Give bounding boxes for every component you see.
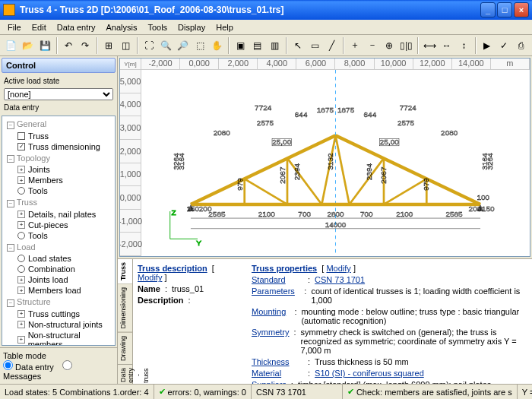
zoom-out-icon[interactable]: 🔎 xyxy=(176,37,192,54)
print-icon[interactable]: ⎙ xyxy=(514,37,530,54)
active-load-combo[interactable]: [none] xyxy=(4,88,113,100)
svg-text:3164: 3164 xyxy=(480,153,489,170)
tree-truss[interactable]: Truss xyxy=(4,131,113,141)
svg-text:644: 644 xyxy=(364,110,377,119)
add-icon[interactable]: ＋ xyxy=(347,37,363,54)
tree-jload[interactable]: +Joints load xyxy=(4,274,113,285)
modify-desc-link[interactable]: Modify xyxy=(138,273,162,282)
table-mode-box: Table mode Data entry Messages xyxy=(0,347,117,384)
zoom-window-icon[interactable]: ⬚ xyxy=(192,37,208,54)
menu-display[interactable]: Display xyxy=(173,21,210,33)
tree-dim[interactable]: ✓Truss dimensioning xyxy=(4,141,113,152)
new-icon[interactable]: 📄 xyxy=(3,37,19,54)
drawing-canvas[interactable]: Y[m] -2,0000,0002,0004,0006,0008,00010,0… xyxy=(119,58,530,257)
svg-text:2575: 2575 xyxy=(257,119,274,127)
vertical-tabs: Truss Dimensioning Drawing Data entry - … xyxy=(118,259,133,384)
vtab-draw[interactable]: Drawing xyxy=(118,333,132,365)
material-link[interactable]: S10 (SI) - coniferous squared xyxy=(315,369,424,378)
svg-text:2585: 2585 xyxy=(445,210,463,218)
undo-icon[interactable]: ↶ xyxy=(61,37,77,54)
tree-joints[interactable]: +Joints xyxy=(4,164,113,175)
tree-tcut[interactable]: +Truss cuttings xyxy=(4,309,113,319)
zoom-fit-icon[interactable]: ⛶ xyxy=(141,37,157,54)
svg-text:2067: 2067 xyxy=(379,166,388,184)
save-icon[interactable]: 💾 xyxy=(37,37,53,54)
control-header: Control xyxy=(2,58,116,73)
ruler-corner: Y[m] xyxy=(120,59,141,70)
svg-text:2067: 2067 xyxy=(278,166,287,184)
pointer-icon[interactable]: ↖ xyxy=(290,37,306,54)
tree-top-tools[interactable]: Tools xyxy=(4,185,113,196)
menu-help[interactable]: Help xyxy=(211,21,238,33)
tree-details[interactable]: +Details, nail plates xyxy=(4,209,113,220)
vtab-dim[interactable]: Dimensioning xyxy=(118,284,132,333)
menu-dataentry[interactable]: Data entry xyxy=(52,21,100,33)
status-err: errors: 0, warnings: 0 xyxy=(168,388,246,397)
tree-truss-tools[interactable]: Tools xyxy=(4,230,113,241)
svg-text:Z: Z xyxy=(172,208,176,217)
menu-tools[interactable]: Tools xyxy=(143,21,172,33)
properties-pane: Truss Dimensioning Drawing Data entry - … xyxy=(118,258,532,384)
svg-text:979: 979 xyxy=(422,178,430,191)
standard-link[interactable]: CSN 73 1701 xyxy=(315,275,365,284)
tree-members[interactable]: +Members xyxy=(4,175,113,185)
control-panel: Control Active load state [none] Data en… xyxy=(0,56,118,384)
svg-text:2080: 2080 xyxy=(214,128,231,137)
vtab-de[interactable]: Data entry - truss xyxy=(118,365,132,384)
remove-icon[interactable]: － xyxy=(365,37,381,54)
target-icon[interactable]: ⊕ xyxy=(382,37,397,54)
view-a-icon[interactable]: ▣ xyxy=(233,37,249,54)
pan-icon[interactable]: ✋ xyxy=(210,37,226,54)
svg-line-13 xyxy=(336,135,350,204)
dim-a-icon[interactable]: ⟷ xyxy=(422,37,438,54)
modify-props-link[interactable]: Modify xyxy=(326,264,350,273)
view-c-icon[interactable]: ▥ xyxy=(267,37,283,54)
zoom-in-icon[interactable]: 🔍 xyxy=(158,37,174,54)
svg-text:1875: 1875 xyxy=(317,106,334,114)
truss-drawing: 14000 2585 2100 700 2800 700 2100 2585 7… xyxy=(141,70,530,256)
view-b-icon[interactable]: ▤ xyxy=(250,37,266,54)
check-icon[interactable]: ✓ xyxy=(496,37,512,54)
ruler-vertical: 5,0004,0003,0002,0001,0000,000-1,000-2,0… xyxy=(120,70,141,256)
snap-icon[interactable]: ◫ xyxy=(118,37,134,54)
svg-text:2100: 2100 xyxy=(396,210,413,218)
menu-edit[interactable]: Edit xyxy=(27,21,51,33)
tree-nj[interactable]: +Non-structural joints xyxy=(4,319,113,330)
svg-text:2394: 2394 xyxy=(293,163,301,181)
data-entry-tree[interactable]: − General Truss ✓Truss dimensioning − To… xyxy=(2,116,116,346)
redo-icon[interactable]: ↷ xyxy=(78,37,93,54)
tree-comb[interactable]: Combination xyxy=(4,264,113,274)
open-icon[interactable]: 📂 xyxy=(21,37,36,54)
svg-text:25,00: 25,00 xyxy=(380,138,399,146)
svg-text:2394: 2394 xyxy=(365,163,373,181)
svg-text:Y: Y xyxy=(196,239,201,247)
tree-mload[interactable]: +Members load xyxy=(4,285,113,296)
select-icon[interactable]: ▭ xyxy=(307,37,323,54)
status-bar: Load states: 5 Combinations 1.order: 4 ✔… xyxy=(0,384,532,399)
mirror-icon[interactable]: ▯|▯ xyxy=(399,37,415,54)
menu-analysis[interactable]: Analysis xyxy=(101,21,141,33)
tree-loadstates[interactable]: Load states xyxy=(4,253,113,264)
status-load: Load states: 5 Combinations 1.order: 4 xyxy=(0,385,154,399)
svg-text:7724: 7724 xyxy=(400,103,417,112)
svg-text:644: 644 xyxy=(295,110,308,119)
titlebar: Truss 4 - Truss 2D [D:\2006\01_Roof_2006… xyxy=(0,0,532,20)
menu-file[interactable]: File xyxy=(3,21,26,33)
close-button[interactable]: × xyxy=(514,2,529,17)
table-mode-de[interactable]: Data entry xyxy=(3,363,54,372)
vtab-truss[interactable]: Truss xyxy=(118,259,132,284)
grid-icon[interactable]: ⊞ xyxy=(101,37,117,54)
status-coord: Y = 4,435 m; Z = -1,823 m xyxy=(518,385,532,399)
svg-text:2080: 2080 xyxy=(441,128,458,137)
run-icon[interactable]: ▶ xyxy=(480,37,496,54)
maximize-button[interactable]: □ xyxy=(497,2,512,17)
svg-text:2800: 2800 xyxy=(327,210,344,218)
line-icon[interactable]: ╱ xyxy=(325,37,340,54)
minimize-button[interactable]: _ xyxy=(480,2,496,17)
tree-nm[interactable]: +Non-structural members xyxy=(4,330,113,347)
ruler-horizontal: -2,0000,0002,0004,0006,0008,00010,00012,… xyxy=(141,59,530,70)
svg-text:2575: 2575 xyxy=(397,119,415,127)
tree-cut[interactable]: +Cut-pieces xyxy=(4,220,113,230)
dim-c-icon[interactable]: ↕ xyxy=(456,37,472,54)
dim-b-icon[interactable]: ↔ xyxy=(439,37,455,54)
